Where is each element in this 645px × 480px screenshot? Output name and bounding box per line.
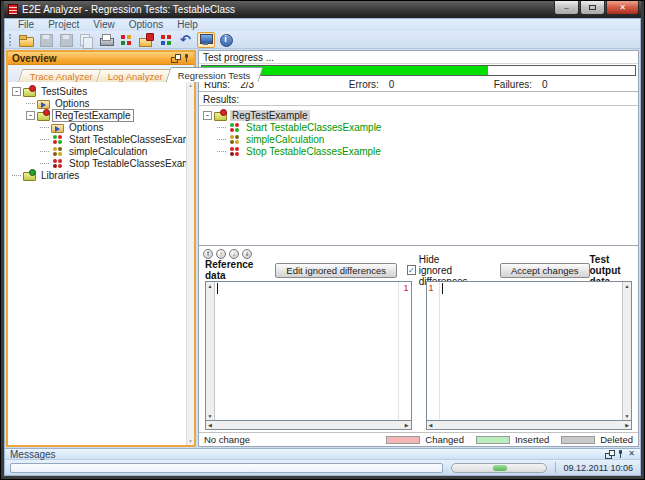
- tree-connector: [217, 151, 226, 152]
- tree-item-start-testableclassesexample[interactable]: Start TestableClassesExample: [8, 133, 186, 145]
- output-vertical-scrollbar[interactable]: ▲▼: [622, 282, 631, 420]
- reference-horizontal-scrollbar[interactable]: ◀▶: [205, 421, 412, 430]
- tree-connector: [217, 127, 226, 128]
- suite-icon: [23, 85, 36, 97]
- tree-item-label: Stop TestableClassesExample: [67, 158, 186, 169]
- next-difference-button[interactable]: ↓: [229, 249, 239, 259]
- float-panel-icon[interactable]: [171, 54, 179, 62]
- datetime-display: 09.12.2011 10:06: [564, 463, 635, 473]
- close-panel-icon[interactable]: ✕: [628, 450, 635, 458]
- test-progress-label: Test progress ...: [199, 51, 638, 64]
- status-bar: 09.12.2011 10:06: [5, 460, 640, 475]
- toolbar-grip: [9, 34, 13, 46]
- menu-help[interactable]: Help: [170, 19, 205, 31]
- toolbar: [5, 31, 640, 49]
- failures-value: 0: [542, 79, 548, 90]
- failures-label: Failures:: [494, 79, 532, 90]
- tree-item-stop-testableclassesexample[interactable]: Stop TestableClassesExample: [8, 157, 186, 169]
- minimize-button[interactable]: –: [554, 1, 579, 15]
- edit-ignored-differences-button[interactable]: Edit ignored differences: [275, 263, 397, 278]
- tree-connector: [26, 103, 35, 104]
- errors-stat: Errors:0: [344, 79, 489, 90]
- copy-button: [77, 32, 95, 48]
- float-panel-icon[interactable]: [605, 450, 613, 458]
- monitor-icon: [198, 32, 214, 48]
- tree-connector: [217, 139, 226, 140]
- diff-status-text: No change: [204, 434, 250, 445]
- legend-swatch: [476, 436, 510, 444]
- tree-item-options[interactable]: Options: [8, 97, 186, 109]
- undo-icon: [178, 32, 194, 48]
- reference-line-number: 1: [398, 282, 411, 420]
- legend-swatch: [561, 436, 595, 444]
- tab-label: Log Analyzer: [108, 71, 163, 82]
- tab-regression-tests[interactable]: Regression Tests: [166, 67, 264, 82]
- tab-trace-analyzer[interactable]: Trace Analyzer: [18, 69, 105, 82]
- info-button[interactable]: [217, 32, 235, 48]
- main-area: Overview Trace AnalyzerLog AnalyzerRegre…: [5, 49, 640, 448]
- tree-item-regtestexample[interactable]: -RegTestExample: [199, 109, 638, 121]
- maximize-icon: [589, 5, 596, 10]
- client-area: FileProjectViewOptionsHelp Overview Trac…: [4, 18, 641, 476]
- menu-options[interactable]: Options: [122, 19, 170, 31]
- tree-item-simplecalculation[interactable]: simpleCalculation: [199, 133, 638, 145]
- open-button[interactable]: [17, 32, 35, 48]
- tab-label: Trace Analyzer: [30, 71, 93, 82]
- tree-item-label: Options: [53, 98, 91, 109]
- messages-panel-header: Messages ✕: [5, 448, 640, 460]
- status-progress-fill: [493, 465, 507, 471]
- tree-item-testsuites[interactable]: -TestSuites: [8, 85, 186, 97]
- output-horizontal-scrollbar[interactable]: ◀▶: [426, 421, 633, 430]
- step-calc-icon: [228, 133, 241, 145]
- step-stop-icon: [51, 157, 64, 169]
- legend-label: Inserted: [515, 434, 549, 445]
- accept-changes-button[interactable]: Accept changes: [500, 263, 590, 278]
- tree-item-simplecalculation[interactable]: simpleCalculation: [8, 145, 186, 157]
- tab-log-analyzer[interactable]: Log Analyzer: [96, 69, 175, 82]
- collapse-icon[interactable]: -: [26, 111, 35, 120]
- run-regression-test-button[interactable]: [157, 32, 175, 48]
- overview-scrollbar[interactable]: ▲▼: [186, 82, 194, 445]
- reference-vertical-scrollbar[interactable]: ▲▼: [206, 282, 215, 420]
- tree-item-regtestexample[interactable]: -RegTestExample: [8, 109, 186, 121]
- tree-connector: [40, 139, 49, 140]
- collapse-icon[interactable]: -: [12, 87, 21, 96]
- pin-panel-icon[interactable]: [617, 450, 624, 459]
- monitor-button[interactable]: [197, 32, 215, 48]
- test-output-pane: 1 ▲▼ ◀▶: [426, 281, 633, 430]
- overview-body: -TestSuitesOptions-RegTestExampleOptions…: [8, 82, 194, 445]
- tree-item-libraries[interactable]: Libraries: [8, 169, 186, 181]
- tree-item-stop-testableclassesexample[interactable]: Stop TestableClassesExample: [199, 145, 638, 157]
- failures-stat: Failures:0: [489, 79, 634, 90]
- print-icon: [98, 32, 114, 48]
- regression-test-panel: Test progress ... Runs:2/3 Errors:0 Fail…: [198, 50, 639, 447]
- menu-project[interactable]: Project: [41, 19, 86, 31]
- tree-item-start-testableclassesexample[interactable]: Start TestableClassesExample: [199, 121, 638, 133]
- new-regression-test-button[interactable]: [117, 32, 135, 48]
- tree-item-label: simpleCalculation: [244, 134, 326, 145]
- tree-item-options[interactable]: Options: [8, 121, 186, 133]
- close-button[interactable]: ✕: [606, 1, 639, 15]
- menu-view[interactable]: View: [86, 19, 122, 31]
- menu-file[interactable]: File: [11, 19, 41, 31]
- step-calc-icon: [51, 145, 64, 157]
- messages-title: Messages: [10, 449, 605, 460]
- maximize-button[interactable]: [580, 1, 605, 15]
- open-icon: [18, 32, 34, 48]
- edit-regression-test-button[interactable]: [137, 32, 155, 48]
- output-text-area[interactable]: [440, 282, 623, 420]
- collapse-icon[interactable]: -: [203, 111, 212, 120]
- last-difference-button[interactable]: ⇓: [242, 249, 252, 259]
- copy-icon: [78, 32, 94, 48]
- print-button[interactable]: [97, 32, 115, 48]
- save-as-button: [57, 32, 75, 48]
- previous-difference-button[interactable]: ↑: [216, 249, 226, 259]
- pin-panel-icon[interactable]: [183, 54, 190, 63]
- hide-ignored-checkbox[interactable]: ✓: [407, 265, 416, 275]
- reference-text-area[interactable]: [215, 282, 398, 420]
- app-icon: [8, 4, 18, 15]
- overview-title: Overview: [12, 53, 171, 64]
- undo-button[interactable]: [177, 32, 195, 48]
- first-difference-button[interactable]: ⇑: [203, 249, 213, 259]
- status-message-field: [10, 463, 443, 473]
